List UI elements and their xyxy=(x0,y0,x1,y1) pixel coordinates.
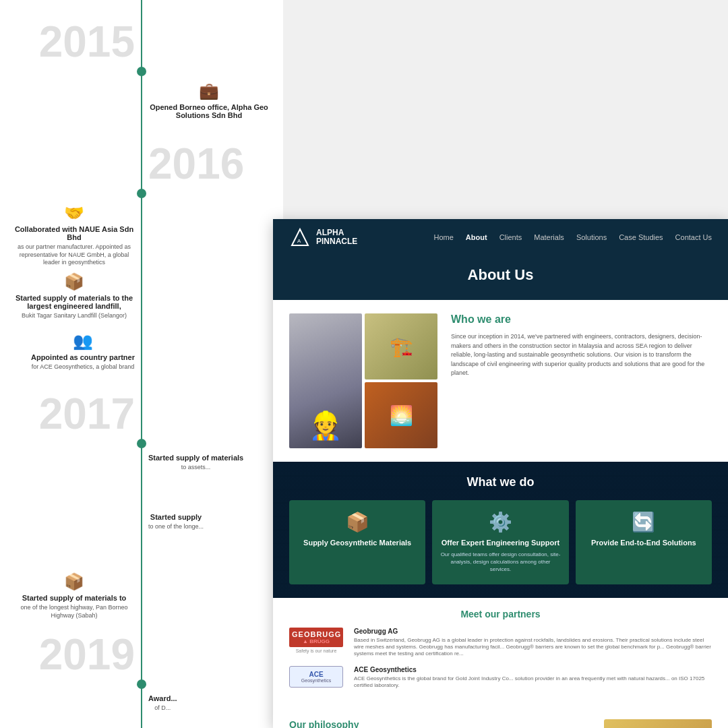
entry-title: Started supply of materials xyxy=(148,454,243,462)
geobrugg-logo: GEOBRUGG ▲ BRÜGG Safety is our nature xyxy=(289,628,343,653)
card-desc: Our qualified teams offer design consult… xyxy=(440,551,560,574)
timeline-panel: 2015 💼 Opened Borneo office, Alpha Geo S… xyxy=(0,0,283,728)
partner-info-geobrugg: Geobrugg AG Based in Switzerland, Geobru… xyxy=(354,628,712,658)
nav-case-studies[interactable]: Case Studies xyxy=(619,233,663,241)
partner-desc: Based in Switzerland, Geobrugg AG is a g… xyxy=(354,637,712,658)
about-body: Since our inception in 2014, we've partn… xyxy=(451,332,712,378)
philosophy-text: Our philosophy Our products and design s… xyxy=(289,719,593,728)
geobrugg-logo-box: GEOBRUGG ▲ BRÜGG xyxy=(289,628,343,647)
partner-desc: ACE Geosynthetics is the global brand fo… xyxy=(354,675,712,690)
construction-image-top: 🏗️ xyxy=(365,313,437,380)
timeline-entry: 📦 Started supply of materials to one of … xyxy=(0,572,283,626)
nav-about[interactable]: About xyxy=(466,233,487,241)
handshake-icon: 🤝 xyxy=(13,204,135,222)
entry-content: 🤝 Collaborated with NAUE Asia Sdn Bhd as… xyxy=(13,204,135,267)
philosophy-section: Our philosophy Our products and design s… xyxy=(273,708,728,728)
about-text: Who we are Since our inception in 2014, … xyxy=(451,313,712,448)
timeline-dot xyxy=(137,67,146,76)
entry-content: 📦 Started supply of materials to the lar… xyxy=(13,272,135,320)
logo-text: ALPHA PINNACLE xyxy=(316,229,357,246)
about-heading: Who we are xyxy=(451,313,712,326)
svg-text:A: A xyxy=(297,238,301,244)
timeline-entry: Award... of D... xyxy=(0,694,283,728)
entry-content: Started supply of materials to assets... xyxy=(148,454,243,472)
supply-icon: 📦 xyxy=(297,511,417,533)
entry-title: Opened Borneo office, Alpha Geo Solution… xyxy=(148,103,270,119)
partner-row-geobrugg: GEOBRUGG ▲ BRÜGG Safety is our nature Ge… xyxy=(289,628,712,658)
entry-title: Started supply xyxy=(148,513,204,521)
timeline-entry: Started supply of materials to assets... xyxy=(0,454,283,508)
about-section: 👷 🏗️ 🌅 Who we are Since our inception in… xyxy=(273,300,728,462)
entry-title: Started supply of materials to xyxy=(13,594,135,602)
nav-home[interactable]: Home xyxy=(434,233,454,241)
nav-solutions[interactable]: Solutions xyxy=(576,233,607,241)
box-icon: 📦 xyxy=(13,572,135,591)
whatwedo-section: What we do 📦 Supply Geosynthetic Materia… xyxy=(273,462,728,598)
entry-subtitle: as our partner manufacturer. Appointed a… xyxy=(13,243,135,267)
website-panel: A ALPHA PINNACLE Home About Clients Mate… xyxy=(273,219,728,728)
entry-content: Started supply to one of the longe... xyxy=(148,513,204,531)
logo: A ALPHA PINNACLE xyxy=(289,226,357,248)
solutions-icon: 🔄 xyxy=(584,511,704,533)
timeline-dot xyxy=(137,439,146,448)
construction-image-bottom: 🌅 xyxy=(365,382,437,448)
entry-title: Award... xyxy=(148,694,177,702)
navbar-links: Home About Clients Materials Solutions C… xyxy=(434,233,712,241)
partner-name: ACE Geosynthetics xyxy=(354,666,712,673)
entry-content: 💼 Opened Borneo office, Alpha Geo Soluti… xyxy=(148,82,270,121)
whatwedo-title: What we do xyxy=(289,475,712,489)
partners-title: Meet our partners xyxy=(289,609,712,619)
nav-clients[interactable]: Clients xyxy=(499,233,522,241)
entry-content: 👥 Appointed as country partner for ACE G… xyxy=(31,332,135,371)
entry-subtitle: to one of the longe... xyxy=(148,523,204,531)
timeline-entry: 💼 Opened Borneo office, Alpha Geo Soluti… xyxy=(0,82,283,135)
card-title: Offer Expert Engineering Support xyxy=(440,539,560,547)
entry-content: Award... of D... xyxy=(148,694,177,712)
timeline-entry: Started supply to one of the longe... xyxy=(0,513,283,567)
nav-materials[interactable]: Materials xyxy=(534,233,564,241)
entry-subtitle: Bukit Tagar Sanitary Landfill (Selangor) xyxy=(13,312,135,320)
card-solutions: 🔄 Provide End-to-End Solutions xyxy=(576,500,712,584)
philosophy-title: Our philosophy xyxy=(289,719,593,728)
timeline-dot xyxy=(137,189,146,198)
cards-row: 📦 Supply Geosynthetic Materials ⚙️ Offer… xyxy=(289,500,712,584)
nav-contact[interactable]: Contact Us xyxy=(675,233,712,241)
entry-title: Appointed as country partner xyxy=(31,353,135,361)
timeline-entry: 📦 Started supply of materials to the lar… xyxy=(0,272,283,326)
philosophy-image: 👷‍♂️ xyxy=(604,719,712,728)
briefcase-icon: 💼 xyxy=(148,82,270,100)
partners-section: Meet our partners GEOBRUGG ▲ BRÜGG Safet… xyxy=(273,598,728,708)
page-title: About Us xyxy=(289,266,712,284)
navbar: A ALPHA PINNACLE Home About Clients Mate… xyxy=(273,219,728,255)
about-images: 👷 🏗️ 🌅 xyxy=(289,313,437,448)
entry-title: Collaborated with NAUE Asia Sdn Bhd xyxy=(13,225,135,241)
hero-section: About Us xyxy=(273,255,728,300)
construction-image-main: 👷 xyxy=(289,313,362,448)
partner-name: Geobrugg AG xyxy=(354,628,712,635)
card-title: Supply Geosynthetic Materials xyxy=(297,539,417,547)
ace-logo: ACE Geosynthetics xyxy=(289,666,343,688)
entry-title: Started supply of materials to the large… xyxy=(13,294,135,310)
timeline-entry: 👥 Appointed as country partner for ACE G… xyxy=(0,332,283,386)
entry-subtitle: to assets... xyxy=(148,464,243,472)
partner-info-ace: ACE Geosynthetics ACE Geosynthetics is t… xyxy=(354,666,712,690)
entry-subtitle: one of the longest highway, Pan Borneo H… xyxy=(13,604,135,619)
timeline: 2015 💼 Opened Borneo office, Alpha Geo S… xyxy=(0,0,283,728)
entry-content: 📦 Started supply of materials to one of … xyxy=(13,572,135,619)
logo-icon: A xyxy=(289,226,311,248)
engineering-icon: ⚙️ xyxy=(440,511,560,533)
timeline-dot xyxy=(137,679,146,689)
partner-row-ace: ACE Geosynthetics ACE Geosynthetics ACE … xyxy=(289,666,712,690)
card-supply: 📦 Supply Geosynthetic Materials xyxy=(289,500,425,584)
card-engineering: ⚙️ Offer Expert Engineering Support Our … xyxy=(432,500,568,584)
entry-subtitle: of D... xyxy=(148,704,177,712)
box-icon: 📦 xyxy=(13,272,135,291)
entry-subtitle: for ACE Geosynthetics, a global brand xyxy=(31,363,135,371)
card-title: Provide End-to-End Solutions xyxy=(584,539,704,547)
users-icon: 👥 xyxy=(31,332,135,351)
timeline-entry: 🤝 Collaborated with NAUE Asia Sdn Bhd as… xyxy=(0,204,283,267)
